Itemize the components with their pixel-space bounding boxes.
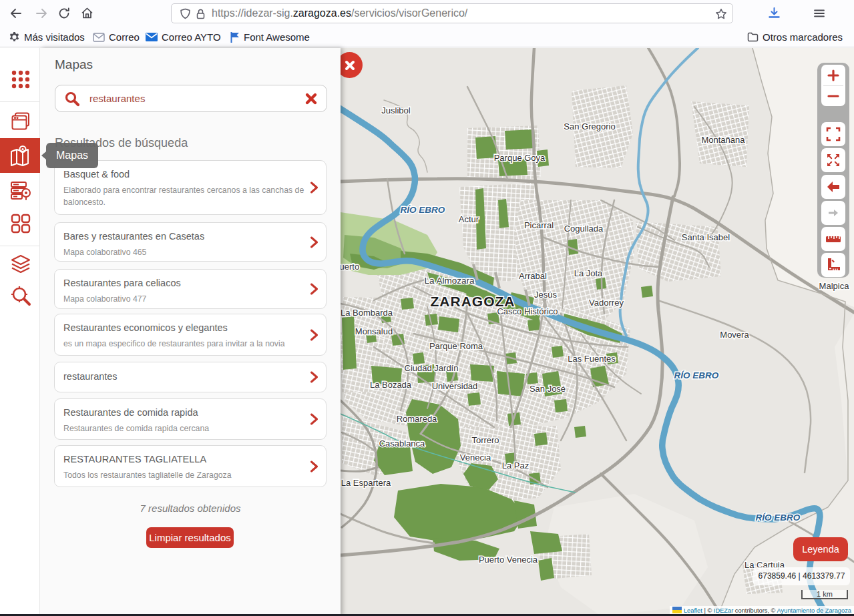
svg-text:La Jota: La Jota — [574, 268, 603, 278]
svg-text:Parque Goya: Parque Goya — [494, 153, 546, 163]
svg-text:Casablanca: Casablanca — [379, 438, 425, 448]
svg-text:Puerto Venecia: Puerto Venecia — [479, 555, 538, 565]
svg-text:RÍO EBRO: RÍO EBRO — [756, 513, 801, 523]
svg-text:Venecia: Venecia — [460, 452, 491, 463]
svg-text:San Gregorio: San Gregorio — [564, 121, 615, 131]
svg-text:Santa Isabel: Santa Isabel — [682, 232, 730, 242]
svg-text:Torrero: Torrero — [471, 435, 499, 445]
svg-text:Cogullada: Cogullada — [564, 224, 604, 234]
svg-text:La Bombarda: La Bombarda — [341, 308, 393, 318]
svg-text:Vadorrey: Vadorrey — [589, 298, 624, 308]
svg-text:Actur: Actur — [459, 214, 479, 224]
svg-text:RÍO EBRO: RÍO EBRO — [674, 370, 719, 380]
svg-text:La Bozada: La Bozada — [370, 380, 412, 390]
svg-text:Montañana: Montañana — [701, 135, 745, 145]
svg-text:Arrabal: Arrabal — [519, 271, 547, 281]
svg-text:Puerto: Puerto — [341, 262, 359, 272]
svg-text:Parque Roma: Parque Roma — [429, 341, 483, 351]
svg-text:Malpica: Malpica — [819, 281, 850, 291]
svg-text:Universidad: Universidad — [432, 381, 478, 391]
svg-text:Las Fuentes: Las Fuentes — [568, 354, 616, 364]
svg-text:Juslibol: Juslibol — [381, 105, 410, 115]
svg-text:La Almozara: La Almozara — [424, 276, 475, 286]
svg-text:La Paz: La Paz — [502, 460, 529, 471]
svg-text:Monsalud: Monsalud — [355, 326, 393, 336]
svg-text:La Espartera: La Espartera — [341, 478, 391, 488]
svg-text:Movera: Movera — [720, 330, 749, 340]
svg-text:Ciudad Jardín: Ciudad Jardín — [405, 363, 459, 373]
svg-text:Casco Histórico: Casco Histórico — [497, 306, 558, 316]
svg-text:Jesús: Jesús — [534, 290, 557, 300]
svg-text:San José: San José — [529, 384, 566, 394]
svg-text:RÍO EBRO: RÍO EBRO — [401, 205, 445, 215]
svg-text:Picarral: Picarral — [524, 220, 554, 230]
svg-text:Romareda: Romareda — [397, 414, 437, 424]
